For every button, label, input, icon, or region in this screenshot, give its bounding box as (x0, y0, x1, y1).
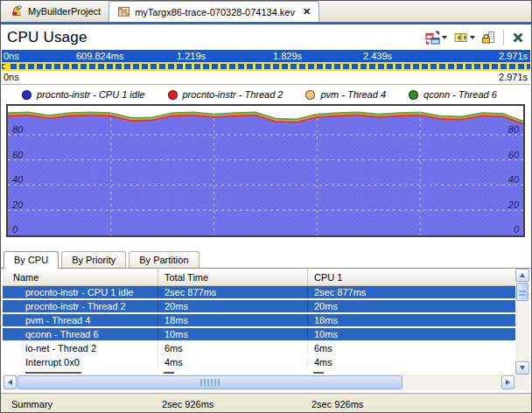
arrow-right-icon (506, 380, 513, 385)
column-header-total-time[interactable]: Total Time (158, 269, 307, 285)
horizontal-scroll-thumb[interactable] (18, 375, 402, 389)
chart-canvas[interactable]: 002020404060608080 (8, 106, 523, 235)
summary-total-time: 2sec 926ms (162, 399, 214, 410)
cell-name: pvm - Thread 4 (3, 314, 158, 326)
cell-name: Interrupt 0x0 (3, 356, 158, 368)
page-title: CPU Usage (7, 29, 88, 46)
legend-item: procnto-instr - CPU 1 idle (22, 89, 145, 100)
table-row[interactable]: procnto-instr - Thread 2 20ms 20ms (3, 300, 515, 314)
legend-label: procnto-instr - CPU 1 idle (37, 89, 145, 100)
summary-label: Summary (11, 399, 52, 410)
table-row[interactable]: procnto-instr - CPU 1 idle 2sec 877ms 2s… (3, 286, 515, 300)
view-toolbar (424, 30, 525, 46)
svg-text:40: 40 (12, 174, 24, 185)
tab-label: MyBuilderProject (28, 6, 101, 17)
horizontal-scrollbar[interactable] (3, 374, 515, 390)
lock-icon (481, 31, 495, 45)
range-end-label: 2.971s (499, 72, 528, 82)
clipped-text (25, 372, 81, 374)
legend-label: procnto-instr - Thread 2 (183, 89, 284, 100)
svg-text:80: 80 (508, 124, 520, 135)
close-view-icon (512, 32, 524, 44)
scroll-down-button[interactable] (515, 361, 529, 374)
cell-total-time: 6ms (158, 342, 307, 354)
tab-trace-file[interactable]: myTargx86-trace-070328-074134.kev ✕ (108, 1, 319, 22)
svg-text:0: 0 (514, 224, 520, 234)
export-trace-icon (453, 31, 468, 45)
svg-text:20: 20 (11, 200, 24, 210)
ruler-tick: 609.824ms (76, 51, 123, 61)
ruler-tick: 0ns (4, 51, 19, 61)
chevron-down-icon[interactable] (470, 36, 475, 42)
svg-text:60: 60 (12, 150, 24, 160)
column-header-cpu1[interactable]: CPU 1 (307, 269, 515, 285)
scroll-left-button[interactable] (4, 375, 17, 389)
toolbar-separator (503, 30, 504, 46)
range-start-label: 0ns (4, 72, 19, 82)
legend-item: pvm - Thread 4 (305, 89, 386, 100)
arrow-left-icon (5, 380, 12, 385)
ruler-tick: 1.219s (177, 51, 206, 61)
lock-columns-button[interactable] (480, 30, 496, 46)
spacer (1, 237, 531, 249)
cell-cpu1: 2sec 877ms (307, 286, 515, 298)
table-row[interactable]: qconn - Thread 6 10ms 10ms (3, 328, 515, 342)
legend-item: qconn - Thread 6 (409, 89, 497, 100)
time-selection-band[interactable] (2, 62, 530, 71)
clipped-text (164, 372, 174, 374)
cell-name: procnto-instr - Thread 2 (3, 300, 158, 312)
vertical-scroll-thumb[interactable] (516, 283, 528, 301)
table-row[interactable]: Interrupt 0x0 4ms 4ms (3, 356, 515, 370)
view-header: CPU Usage (1, 24, 531, 50)
legend-label: qconn - Thread 6 (424, 89, 497, 100)
scroll-up-button[interactable] (515, 269, 529, 282)
series-swatch-icon (168, 90, 178, 100)
cell-cpu1: 10ms (307, 328, 515, 340)
table-subtabs: By CPU By Priority By Partition (1, 249, 531, 269)
ruler-tick: 2.971s (499, 51, 528, 61)
column-header-name[interactable]: Name (3, 269, 158, 285)
cpu-usage-chart[interactable]: 002020404060608080 (6, 104, 525, 237)
selected-range-ruler: 0ns 2.971s (2, 71, 530, 85)
series-swatch-icon (22, 90, 32, 100)
usage-table: Name Total Time CPU 1 procnto-instr - CP… (3, 269, 529, 374)
ruler-tick: 2.439s (363, 51, 392, 61)
vertical-scrollbar[interactable] (515, 269, 529, 374)
legend-label: pvm - Thread 4 (320, 89, 386, 100)
tab-by-cpu[interactable]: By CPU (4, 251, 59, 269)
tab-label: myTargx86-trace-070328-074134.kev (135, 7, 295, 18)
legend-item: procnto-instr - Thread 2 (168, 89, 284, 100)
table-header: Name Total Time CPU 1 (3, 269, 515, 286)
scrollbar-corner (515, 374, 529, 390)
scroll-right-button[interactable] (501, 375, 514, 389)
swap-panes-button[interactable] (424, 30, 448, 46)
summary-bar: Summary 2sec 926ms 2sec 926ms (1, 393, 531, 412)
arrow-up-icon (520, 270, 525, 277)
series-swatch-icon (305, 90, 315, 100)
svg-text:60: 60 (508, 150, 520, 160)
tab-by-priority[interactable]: By Priority (61, 251, 126, 268)
chart-legend: procnto-instr - CPU 1 idle procnto-instr… (1, 85, 531, 104)
selection-left-arrow-icon (2, 62, 9, 71)
svg-text:20: 20 (508, 200, 520, 210)
ruler-tick: 1.829s (273, 51, 302, 61)
timeline-ruler[interactable]: 0ns 609.824ms 1.219s 1.829s 2.439s 2.971… (2, 50, 530, 62)
svg-text:80: 80 (12, 124, 24, 135)
close-view-button[interactable] (511, 31, 525, 45)
table-row[interactable]: io-net - Thread 2 6ms 6ms (3, 342, 515, 356)
series-swatch-icon (409, 90, 418, 100)
tab-by-partition[interactable]: By Partition (129, 251, 199, 268)
cell-total-time: 4ms (158, 356, 307, 368)
summary-cpu1: 2sec 926ms (312, 399, 363, 410)
cell-cpu1: 6ms (307, 342, 515, 354)
close-icon[interactable]: ✕ (303, 6, 311, 18)
export-trace-button[interactable] (452, 30, 476, 46)
swap-panes-icon (425, 31, 440, 45)
tab-mybuilderproject[interactable]: MyBuilderProject (3, 1, 108, 22)
editor-tabstrip: MyBuilderProject myTargx86-trace-070328-… (1, 1, 531, 22)
cpu-usage-view: MyBuilderProject myTargx86-trace-070328-… (0, 0, 532, 413)
svg-text:0: 0 (12, 224, 18, 234)
table-row[interactable]: pvm - Thread 4 18ms 18ms (3, 314, 515, 328)
project-icon (10, 4, 24, 19)
chevron-down-icon[interactable] (442, 36, 447, 42)
